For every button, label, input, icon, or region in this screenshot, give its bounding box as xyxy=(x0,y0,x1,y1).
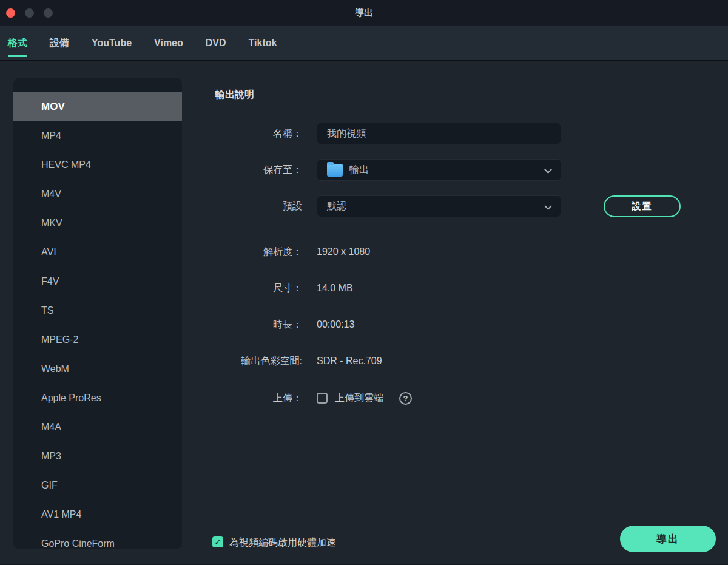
chevron-down-icon xyxy=(544,166,552,174)
name-input[interactable]: 我的視頻 xyxy=(317,123,561,144)
name-label: 名稱： xyxy=(158,123,302,144)
preset-label: 預設 xyxy=(158,195,302,217)
color-space-label: 輸出色彩空間: xyxy=(158,350,302,372)
window-title: 導出 xyxy=(0,7,728,19)
format-item-gopro-cineform[interactable]: GoPro CineForm xyxy=(13,529,182,549)
save-to-label: 保存至： xyxy=(158,159,302,181)
resolution-label: 解析度： xyxy=(158,241,302,263)
tab-format[interactable]: 格式 xyxy=(8,25,27,61)
format-item-gif[interactable]: GIF xyxy=(13,471,182,500)
export-button[interactable]: 導出 xyxy=(620,526,716,552)
hw-accel-label: 為視頻編碼啟用硬體加速 xyxy=(229,536,336,548)
export-dialog: 導出 格式 設備 YouTube Vimeo DVD Tiktok MOV MP… xyxy=(0,0,728,565)
name-row: 名稱： 我的視頻 xyxy=(0,123,728,144)
tab-device[interactable]: 設備 xyxy=(50,25,69,61)
close-button[interactable] xyxy=(6,8,15,18)
color-space-value: SDR - Rec.709 xyxy=(317,350,382,372)
preset-value: 默認 xyxy=(327,200,346,213)
size-row: 尺寸： 14.0 MB xyxy=(0,277,728,299)
tab-youtube[interactable]: YouTube xyxy=(92,25,132,61)
save-to-row: 保存至： 輸出 xyxy=(0,159,728,181)
resolution-value: 1920 x 1080 xyxy=(317,241,370,263)
folder-icon xyxy=(327,164,343,177)
help-icon[interactable]: ? xyxy=(399,392,412,405)
name-value: 我的視頻 xyxy=(327,127,366,140)
section-title: 輸出說明 xyxy=(215,89,254,101)
upload-cloud-label: 上傳到雲端 xyxy=(335,392,383,405)
hw-accel-checkbox[interactable]: ✓ xyxy=(212,536,223,547)
chevron-down-icon xyxy=(544,202,552,210)
tab-dvd[interactable]: DVD xyxy=(206,25,226,61)
upload-row: 上傳： 上傳到雲端 ? xyxy=(0,387,728,409)
tab-tiktok[interactable]: Tiktok xyxy=(249,25,277,61)
format-item-mp3[interactable]: MP3 xyxy=(13,442,182,471)
save-to-value: 輸出 xyxy=(349,164,369,177)
upload-label: 上傳： xyxy=(158,387,302,409)
traffic-lights xyxy=(6,8,53,18)
duration-row: 時長： 00:00:13 xyxy=(0,314,728,336)
size-value: 14.0 MB xyxy=(317,277,353,299)
settings-button[interactable]: 設置 xyxy=(604,195,681,217)
section-divider xyxy=(271,95,678,95)
preset-row: 預設 默認 設置 xyxy=(0,195,728,217)
upload-cloud-checkbox[interactable] xyxy=(317,393,328,404)
maximize-button[interactable] xyxy=(44,8,53,18)
tab-vimeo[interactable]: Vimeo xyxy=(154,25,183,61)
save-to-dropdown[interactable]: 輸出 xyxy=(317,159,561,181)
duration-label: 時長： xyxy=(158,314,302,336)
titlebar: 導出 xyxy=(0,0,728,26)
minimize-button[interactable] xyxy=(25,8,34,18)
color-space-row: 輸出色彩空間: SDR - Rec.709 xyxy=(0,350,728,372)
duration-value: 00:00:13 xyxy=(317,314,354,336)
format-item-mov[interactable]: MOV xyxy=(13,92,182,121)
tab-bar: 格式 設備 YouTube Vimeo DVD Tiktok xyxy=(0,26,728,61)
size-label: 尺寸： xyxy=(158,277,302,299)
resolution-row: 解析度： 1920 x 1080 xyxy=(0,241,728,263)
format-item-m4a[interactable]: M4A xyxy=(13,413,182,442)
format-item-av1-mp4[interactable]: AV1 MP4 xyxy=(13,500,182,529)
preset-dropdown[interactable]: 默認 xyxy=(317,195,561,217)
